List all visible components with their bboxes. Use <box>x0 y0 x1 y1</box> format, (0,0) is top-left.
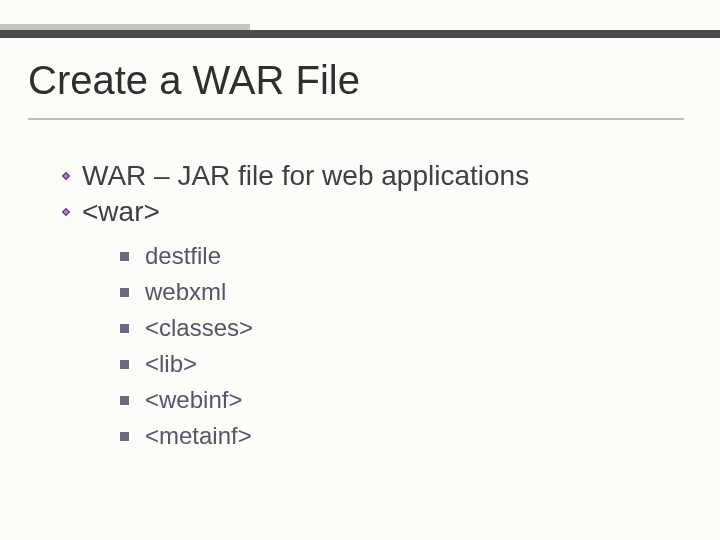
top-dark-bar <box>0 30 720 38</box>
sub-bullet-text: <metainf> <box>145 422 252 450</box>
sub-bullet-text: <classes> <box>145 314 253 342</box>
bullet-text: WAR – JAR file for web applications <box>82 160 529 192</box>
square-bullet-icon <box>120 396 129 405</box>
square-bullet-icon <box>120 360 129 369</box>
sub-bullet-list: destfile webxml <classes> <lib> <webinf>… <box>120 242 680 450</box>
sub-bullet-row: <webinf> <box>120 386 680 414</box>
bullet-text: <war> <box>82 196 160 228</box>
slide-title: Create a WAR File <box>28 58 360 103</box>
bullet-row: WAR – JAR file for web applications <box>60 160 680 192</box>
sub-bullet-text: destfile <box>145 242 221 270</box>
diamond-bullet-icon <box>60 206 72 218</box>
bullet-row: <war> <box>60 196 680 228</box>
slide: Create a WAR File WAR – JAR file for web… <box>0 0 720 540</box>
square-bullet-icon <box>120 252 129 261</box>
title-underline <box>28 118 684 120</box>
square-bullet-icon <box>120 288 129 297</box>
square-bullet-icon <box>120 324 129 333</box>
slide-content: WAR – JAR file for web applications <war… <box>60 160 680 458</box>
sub-bullet-row: webxml <box>120 278 680 306</box>
square-bullet-icon <box>120 432 129 441</box>
sub-bullet-text: <lib> <box>145 350 197 378</box>
sub-bullet-text: <webinf> <box>145 386 242 414</box>
sub-bullet-row: <classes> <box>120 314 680 342</box>
diamond-bullet-icon <box>60 170 72 182</box>
sub-bullet-row: destfile <box>120 242 680 270</box>
sub-bullet-row: <lib> <box>120 350 680 378</box>
sub-bullet-text: webxml <box>145 278 226 306</box>
sub-bullet-row: <metainf> <box>120 422 680 450</box>
